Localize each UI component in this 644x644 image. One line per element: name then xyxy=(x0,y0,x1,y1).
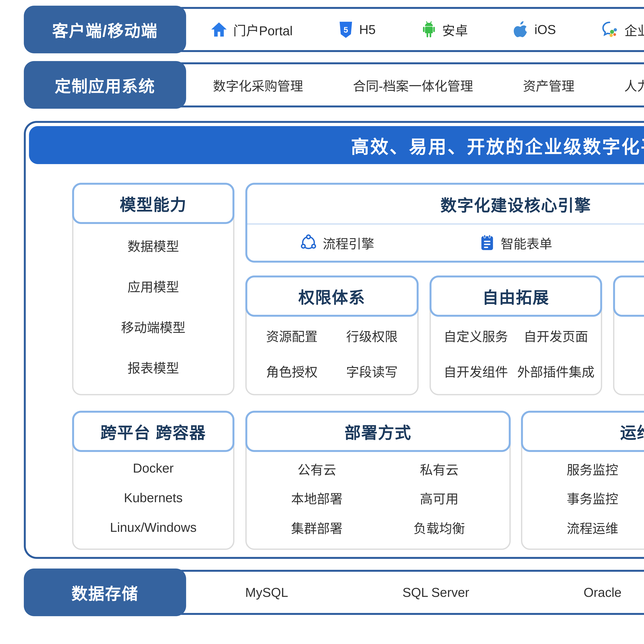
client-row-items: 门户Portal 5 H5 xyxy=(188,20,644,39)
model-item: 数据模型 xyxy=(128,236,179,255)
model-item: 报表模型 xyxy=(128,358,179,377)
section-deployment: 部署方式 公有云 私有云 本地部署 高可用 集群部署 负载均衡 xyxy=(245,411,511,550)
custom-app-item: 人力资源管理 xyxy=(624,76,644,94)
storage-item: MySQL xyxy=(245,585,288,600)
extension-item: 自开发页面 xyxy=(524,326,588,345)
permission-item: 字段读写 xyxy=(346,362,398,380)
workflow-icon xyxy=(300,234,317,251)
section-monitoring: 运维监控 服务监控 API监控 事务监控 性能监控 流程运维 故障恢复 xyxy=(521,411,644,550)
platform-grid: 模型能力 数据模型 应用模型 移动端模型 报表模型 数字化建设核心引擎 xyxy=(26,167,644,550)
client-item-label: 安卓 xyxy=(442,20,468,39)
wecom-icon xyxy=(601,21,619,38)
model-item: 应用模型 xyxy=(128,277,179,295)
client-row-label: 客户端/移动端 xyxy=(24,6,186,53)
monitoring-items: 服务监控 API监控 事务监控 性能监控 流程运维 故障恢复 xyxy=(531,455,644,542)
permission-item: 行级权限 xyxy=(346,326,398,345)
deployment-item: 负载均衡 xyxy=(413,518,465,537)
apple-icon xyxy=(513,21,529,38)
storage-item: SQL Server xyxy=(403,585,469,600)
deployment-item: 本地部署 xyxy=(291,489,343,508)
section-cross-platform: 跨平台 跨容器 Docker Kubernets Linux/Windows xyxy=(72,411,234,550)
section-orchestration: 编排能力 前端逻辑编排 后端服务编排 xyxy=(613,276,644,395)
extension-item: 外部插件集成 xyxy=(517,362,595,380)
feature-smart-form: 智能表单 xyxy=(480,233,552,252)
section-monitoring-title: 运维监控 xyxy=(521,411,644,452)
storage-item: Oracle xyxy=(584,585,622,600)
monitoring-item: 事务监控 xyxy=(567,489,618,508)
data-storage-row-items: MySQL SQL Server Oracle Redis 国产数据库 xyxy=(188,583,644,602)
extension-item: 自定义服务 xyxy=(444,326,508,345)
engine-divider xyxy=(247,223,644,225)
svg-text:5: 5 xyxy=(343,25,348,34)
form-icon xyxy=(480,234,495,251)
model-item: 移动端模型 xyxy=(121,317,185,336)
client-row: 客户端/移动端 门户Portal 5 H5 xyxy=(24,7,644,52)
extension-items: 自定义服务 自开发页面 自开发组件 外部插件集成 xyxy=(436,318,596,389)
client-item-h5: 5 H5 xyxy=(338,21,376,38)
permission-item: 角色授权 xyxy=(266,362,318,380)
monitoring-item: 流程运维 xyxy=(567,518,618,537)
feature-workflow: 流程引擎 xyxy=(300,233,374,252)
deployment-item: 公有云 xyxy=(298,460,336,478)
custom-app-item: 数字化采购管理 xyxy=(213,76,303,94)
h5-icon: 5 xyxy=(338,21,353,38)
cross-platform-items: Docker Kubernets Linux/Windows xyxy=(73,453,233,542)
deployment-item: 集群部署 xyxy=(291,518,343,537)
core-engine-title: 数字化建设核心引擎 xyxy=(247,185,644,223)
permission-items: 资源配置 行级权限 角色授权 字段读写 xyxy=(252,318,412,389)
section-extension: 自由拓展 自定义服务 自开发页面 自开发组件 外部插件集成 xyxy=(429,276,602,395)
monitoring-item: 服务监控 xyxy=(567,460,618,478)
deployment-item: 私有云 xyxy=(420,460,459,478)
client-item-label: iOS xyxy=(535,22,556,37)
client-item-ios: iOS xyxy=(513,21,556,38)
section-model: 模型能力 数据模型 应用模型 移动端模型 报表模型 xyxy=(72,183,234,395)
ops-area: 部署方式 公有云 私有云 本地部署 高可用 集群部署 负载均衡 运维监控 服务监… xyxy=(245,411,644,550)
client-item-label: 企业微信 xyxy=(624,20,644,39)
architecture-diagram: 客户端/移动端 门户Portal 5 H5 xyxy=(0,7,644,644)
deployment-items: 公有云 私有云 本地部署 高可用 集群部署 负载均衡 xyxy=(256,455,500,542)
section-extension-title: 自由拓展 xyxy=(429,276,602,317)
extension-item: 自开发组件 xyxy=(444,362,508,380)
feature-label: 流程引擎 xyxy=(323,233,374,252)
android-icon xyxy=(421,21,436,38)
section-model-items: 数据模型 应用模型 移动端模型 报表模型 xyxy=(73,225,233,388)
section-core-engine: 数字化建设核心引擎 流 xyxy=(245,183,644,263)
permission-item: 资源配置 xyxy=(266,326,318,345)
house-icon xyxy=(211,21,227,38)
client-item-wecom: 企业微信 xyxy=(601,20,644,39)
deployment-item: 高可用 xyxy=(420,489,459,508)
custom-app-item: 合同-档案一体化管理 xyxy=(353,76,473,94)
client-item-label: H5 xyxy=(359,22,376,37)
platform-container: 高效、易用、开放的企业级数字化平台 模型能力 数据模型 应用模型 移动端模型 报… xyxy=(24,121,644,559)
feature-label: 智能表单 xyxy=(501,233,552,252)
section-model-title: 模型能力 xyxy=(72,183,234,224)
client-item-label: 门户Portal xyxy=(233,20,293,39)
data-storage-row: 数据存储 MySQL SQL Server Oracle Redis 国产数据库 xyxy=(24,570,644,615)
section-permission-title: 权限体系 xyxy=(245,276,418,317)
section-permission: 权限体系 资源配置 行级权限 角色授权 字段读写 xyxy=(245,276,418,395)
section-deployment-title: 部署方式 xyxy=(245,411,511,452)
custom-app-item: 资产管理 xyxy=(523,76,574,94)
engine-features: 流程引擎 xyxy=(247,225,644,261)
client-item-portal: 门户Portal xyxy=(211,20,293,39)
custom-apps-row-items: 数字化采购管理 合同-档案一体化管理 资产管理 人力资源管理 业务协同 项目管理… xyxy=(188,76,644,94)
custom-apps-row-label: 定制应用系统 xyxy=(24,61,186,109)
custom-apps-row: 定制应用系统 数字化采购管理 合同-档案一体化管理 资产管理 人力资源管理 业务… xyxy=(24,62,644,107)
data-storage-row-label: 数据存储 xyxy=(24,569,186,616)
platform-banner: 高效、易用、开放的企业级数字化平台 xyxy=(29,126,644,164)
cross-platform-item: Linux/Windows xyxy=(110,520,197,535)
cross-platform-item: Docker xyxy=(133,461,174,476)
cross-platform-item: Kubernets xyxy=(124,490,183,505)
section-orchestration-title: 编排能力 xyxy=(613,276,644,317)
section-cross-platform-title: 跨平台 跨容器 xyxy=(72,411,234,452)
client-item-android: 安卓 xyxy=(421,20,468,39)
capability-boxes: 权限体系 资源配置 行级权限 角色授权 字段读写 自由拓展 自定义服务 自开发页… xyxy=(245,276,644,395)
orchestration-items: 前端逻辑编排 后端服务编排 xyxy=(620,318,644,389)
core-area: 数字化建设核心引擎 流 xyxy=(245,183,644,395)
